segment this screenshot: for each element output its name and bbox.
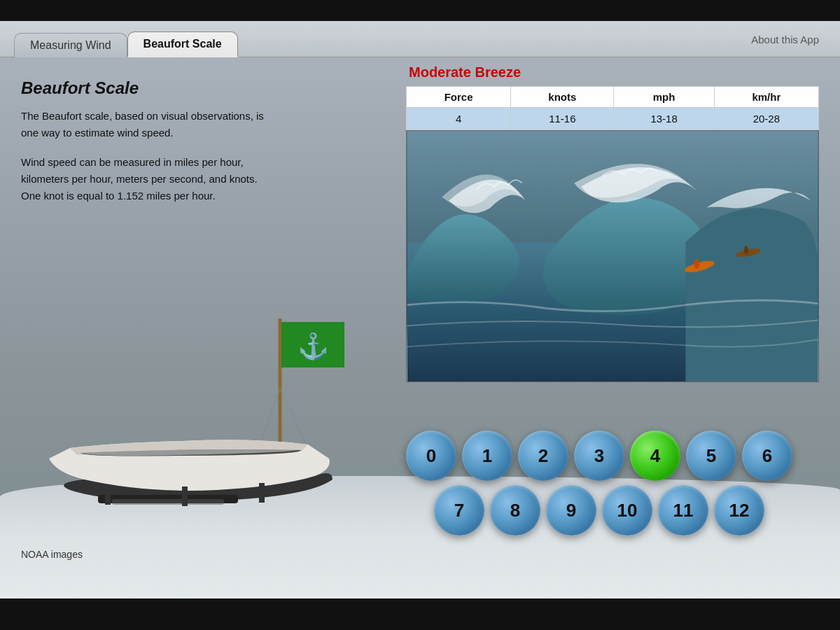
top-bar [0,0,840,21]
svg-point-5 [744,246,748,254]
main-content: Beaufort Scale The Beaufort scale, based… [0,57,840,598]
table-row: 4 11-16 13-18 20-28 [407,108,819,130]
svg-point-3 [694,259,699,269]
tab-measuring-wind[interactable]: Measuring Wind [14,33,127,57]
left-panel: Beaufort Scale The Beaufort scale, based… [21,78,273,217]
cell-force: 4 [407,108,511,130]
btn-9[interactable]: 9 [546,485,596,536]
bottom-bar [0,598,840,630]
wave-image [406,130,819,382]
number-buttons-row1: 0 1 2 3 4 5 6 [406,430,792,481]
wind-title: Moderate Breeze [409,64,819,80]
btn-2[interactable]: 2 [518,430,568,481]
btn-10[interactable]: 10 [602,485,652,536]
number-buttons-row2: 7 8 9 10 11 12 [434,485,764,536]
about-link[interactable]: About this App [751,33,819,45]
svg-rect-15 [259,483,265,503]
btn-11[interactable]: 11 [658,485,708,536]
btn-7[interactable]: 7 [434,485,484,536]
btn-8[interactable]: 8 [490,485,540,536]
btn-4[interactable]: 4 [630,430,680,481]
app: Measuring Wind Beaufort Scale About this… [0,0,840,630]
col-force: Force [407,87,511,108]
tab-beaufort-scale[interactable]: Beaufort Scale [127,31,238,57]
noaa-label: NOAA images [21,549,83,560]
boat [42,332,336,528]
svg-rect-13 [105,485,111,505]
col-knots: knots [511,87,614,108]
btn-3[interactable]: 3 [574,430,624,481]
cell-mph: 13-18 [614,108,714,130]
cell-kmhr: 20-28 [714,108,818,130]
panel-title: Beaufort Scale [21,78,273,98]
nav-tabs: Measuring Wind Beaufort Scale About this… [0,21,840,57]
panel-text2: Wind speed can be measured in miles per … [21,154,273,204]
col-mph: mph [614,87,714,108]
svg-rect-12 [112,499,224,505]
panel-text1: The Beaufort scale, based on visual obse… [21,108,273,141]
cell-knots: 11-16 [511,108,614,130]
btn-5[interactable]: 5 [686,430,736,481]
btn-12[interactable]: 12 [714,485,764,536]
data-table: Force knots mph km/hr 4 11-16 13-18 20-2… [406,86,819,130]
svg-rect-14 [182,486,188,506]
btn-0[interactable]: 0 [406,430,456,481]
right-panel: Moderate Breeze Force knots mph km/hr 4 … [406,64,819,382]
btn-1[interactable]: 1 [462,430,512,481]
col-kmhr: km/hr [714,87,818,108]
btn-6[interactable]: 6 [742,430,792,481]
